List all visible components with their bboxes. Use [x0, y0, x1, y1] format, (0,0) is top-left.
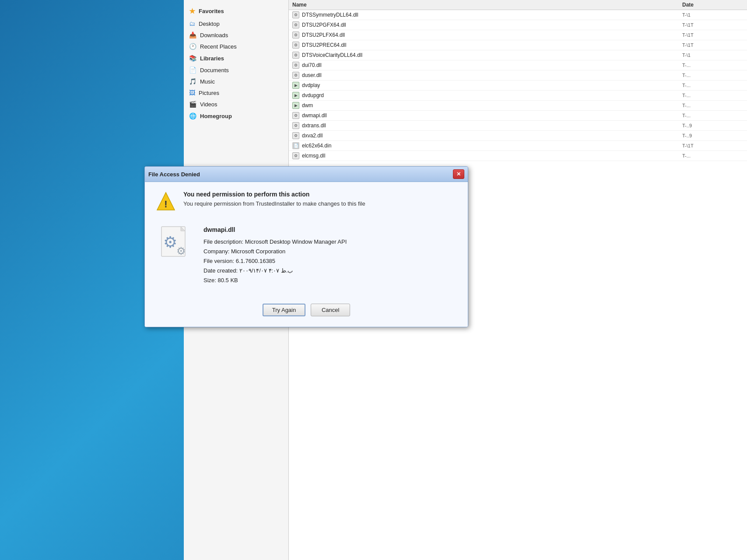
sidebar-item-downloads-label: Downloads	[200, 32, 228, 38]
file-icon: ⚙	[292, 42, 299, 49]
sidebar-item-pictures-label: Pictures	[199, 90, 219, 96]
list-item[interactable]: ⚙ DTSVoiceClarityDLL64.dll T-\1	[289, 50, 747, 60]
file-date: T-\1T	[682, 22, 743, 28]
file-version-label: File version:	[203, 258, 234, 264]
file-icon: 📄	[292, 142, 299, 149]
file-name: dvdplay	[302, 82, 680, 88]
dialog-filename: dwmapi.dll	[203, 225, 453, 235]
file-size-line: Size: 80.5 KB	[203, 276, 453, 285]
svg-text:⚙: ⚙	[163, 233, 177, 251]
list-item[interactable]: ⚙ DTSSymmetryDLL64.dll T-\1	[289, 10, 747, 20]
try-again-button[interactable]: Try Again	[263, 304, 305, 316]
file-name: DTSSymmetryDLL64.dll	[302, 12, 680, 18]
dialog-body: ! You need permission to perform this ac…	[145, 182, 468, 327]
list-item[interactable]: ▶ dvdupgrd T-...	[289, 91, 747, 101]
sidebar-item-pictures[interactable]: 🖼 Pictures	[184, 87, 288, 98]
file-name: dwm	[302, 102, 680, 108]
file-company-value: Microsoft Corporation	[231, 248, 285, 255]
file-icon: ⚙	[292, 152, 299, 159]
file-name: DTSVoiceClarityDLL64.dll	[302, 52, 680, 58]
sidebar-item-documents[interactable]: 📄 Documents	[184, 64, 288, 76]
file-date: T-..9	[682, 133, 743, 138]
list-item[interactable]: ▶ dvdplay T-...	[289, 80, 747, 91]
file-icon: ⚙	[292, 112, 299, 119]
libraries-label: Libraries	[200, 55, 224, 62]
list-item[interactable]: ▶ dwm T-...	[289, 101, 747, 111]
list-item[interactable]: ⚙ dxva2.dll T-..9	[289, 131, 747, 141]
file-icon-large: ⚙ ⚙	[160, 225, 195, 264]
file-icon: ⚙	[292, 21, 299, 28]
file-date: T-...	[682, 73, 743, 78]
file-description-label: File description:	[203, 238, 243, 245]
documents-icon: 📄	[189, 66, 196, 74]
column-date-header: Date	[682, 2, 743, 8]
file-icon: ⚙	[292, 52, 299, 59]
file-date: T-\1T	[682, 42, 743, 48]
file-date-label: Date created:	[203, 267, 238, 274]
file-name: dvdupgrd	[302, 92, 680, 98]
cancel-button[interactable]: Cancel	[311, 304, 350, 316]
file-date: T-\1	[682, 12, 743, 18]
file-date: T-...	[682, 103, 743, 108]
dialog-title: File Access Denied	[148, 171, 200, 178]
warning-text-block: You need permission to perform this acti…	[183, 191, 457, 207]
dialog-titlebar: File Access Denied ✕	[145, 167, 468, 182]
file-description-line: File description: Microsoft Desktop Wind…	[203, 237, 453, 247]
file-size-label: Size:	[203, 277, 216, 284]
file-date: T-...	[682, 93, 743, 98]
file-name: elcmsg.dll	[302, 153, 680, 159]
warning-icon: !	[155, 191, 176, 212]
file-icon: ▶	[292, 92, 299, 99]
sidebar-item-videos[interactable]: 🎬 Videos	[184, 98, 288, 110]
sidebar-item-videos-label: Videos	[200, 101, 217, 108]
file-name: dxtrans.dll	[302, 122, 680, 129]
file-name: dwmapi.dll	[302, 112, 680, 119]
file-icon: ⚙	[292, 62, 299, 69]
file-name: DTSU2PLFX64.dll	[302, 32, 680, 38]
file-icon: ⚙	[292, 11, 299, 18]
sidebar-item-music-label: Music	[200, 78, 215, 85]
list-item[interactable]: ⚙ elcmsg.dll T-...	[289, 151, 747, 161]
file-date: T-...	[682, 113, 743, 118]
warning-title: You need permission to perform this acti…	[183, 191, 457, 198]
file-list-header: Name Date	[289, 0, 747, 10]
list-item[interactable]: ⚙ duser.dll T-...	[289, 70, 747, 80]
file-date: T-\1	[682, 52, 743, 58]
sidebar-item-recent[interactable]: 🕐 Recent Places	[184, 41, 288, 52]
file-date: T-...	[682, 63, 743, 68]
list-item[interactable]: ⚙ dxtrans.dll T-..9	[289, 121, 747, 131]
sidebar-item-desktop[interactable]: 🗂 Desktop	[184, 18, 288, 29]
svg-text:!: !	[164, 199, 167, 210]
videos-icon: 🎬	[189, 101, 196, 108]
file-date: T-..9	[682, 123, 743, 128]
file-date-value: ۲۰۰۹/۱۴/۰۷ ب.ظ ۴:۰۷	[239, 267, 293, 274]
sidebar-item-music[interactable]: 🎵 Music	[184, 76, 288, 87]
dialog-warning-row: ! You need permission to perform this ac…	[155, 191, 457, 212]
file-name: dxva2.dll	[302, 133, 680, 139]
dialog-close-button[interactable]: ✕	[453, 169, 464, 179]
pictures-icon: 🖼	[189, 89, 195, 96]
sidebar-item-documents-label: Documents	[200, 67, 229, 74]
file-access-denied-dialog: File Access Denied ✕ ! You need permissi…	[144, 166, 468, 327]
list-item[interactable]: 📄 elc62x64.din T-\1T	[289, 141, 747, 151]
list-item[interactable]: ⚙ DTSU2PGFX64.dll T-\1T	[289, 20, 747, 30]
homegroup-icon: 🌐	[189, 112, 196, 119]
sidebar-item-recent-label: Recent Places	[200, 43, 237, 50]
warning-subtitle: You require permission from TrustedInsta…	[183, 200, 457, 207]
libraries-icon: 📚	[189, 55, 196, 62]
sidebar-item-downloads[interactable]: 📥 Downloads	[184, 29, 288, 41]
list-item[interactable]: ⚙ dui70.dll T-...	[289, 60, 747, 70]
list-item[interactable]: ⚙ DTSU2PREC64.dll T-\1T	[289, 40, 747, 50]
desktop-folder-icon: 🗂	[189, 20, 195, 27]
homegroup-label: Homegroup	[200, 113, 232, 119]
file-version-value: 6.1.7600.16385	[236, 258, 275, 264]
recent-icon: 🕐	[189, 43, 196, 50]
favorites-label: Favorites	[199, 8, 224, 14]
list-item[interactable]: ⚙ DTSU2PLFX64.dll T-\1T	[289, 30, 747, 40]
file-icon: ⚙	[292, 72, 299, 79]
list-item[interactable]: ⚙ dwmapi.dll T-...	[289, 111, 747, 121]
file-date: T-...	[682, 153, 743, 158]
file-company-label: Company:	[203, 248, 229, 255]
file-version-line: File version: 6.1.7600.16385	[203, 256, 453, 266]
svg-text:⚙: ⚙	[176, 245, 186, 257]
